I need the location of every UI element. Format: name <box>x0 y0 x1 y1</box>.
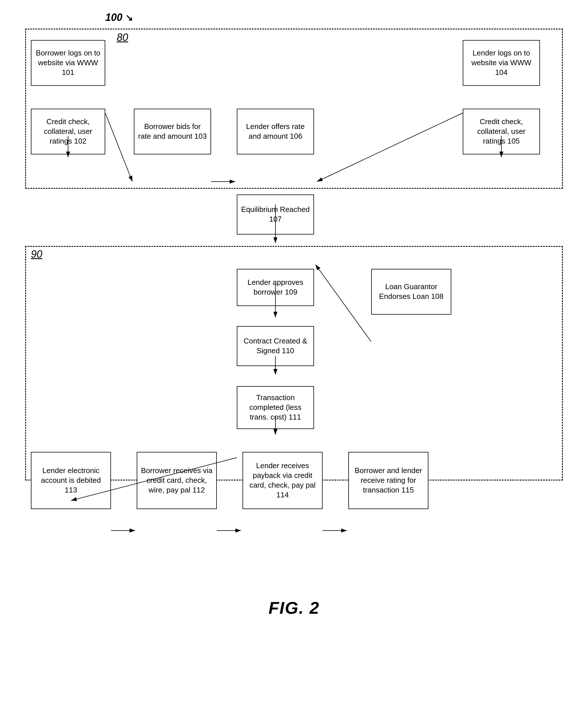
node-borrower-receives: Borrower receives via credit card, check… <box>137 452 217 509</box>
node-lender-receives: Lender receives payback via credit card,… <box>243 452 323 509</box>
node-borrower-logs: Borrower logs on to website via WWW 101 <box>31 40 105 86</box>
node-equilibrium: Equilibrium Reached 107 <box>237 194 314 235</box>
node-lender-debited: Lender electronic account is debited 113 <box>31 452 111 509</box>
node-lender-offers: Lender offers rate and amount 106 <box>237 109 314 154</box>
main-diagram-label: 100 ↘ <box>105 11 133 23</box>
node-borrower-bids: Borrower bids for rate and amount 103 <box>134 109 211 154</box>
node-credit-check-lender: Credit check, collateral, user ratings 1… <box>463 109 540 154</box>
section-90-label: 90 <box>31 248 42 260</box>
node-transaction: Transaction completed (less trans. cost)… <box>237 386 314 429</box>
node-lender-approves: Lender approves borrower 109 <box>237 269 314 306</box>
node-borrower-lender-rating: Borrower and lender receive rating for t… <box>348 452 428 509</box>
node-contract: Contract Created & Signed 110 <box>237 326 314 366</box>
section-80-label: 80 <box>117 31 128 44</box>
node-credit-check-borrower: Credit check, collateral, user ratings 1… <box>31 109 105 154</box>
node-loan-guarantor: Loan Guarantor Endorses Loan 108 <box>371 269 451 315</box>
figure-label: FIG. 2 <box>268 598 320 618</box>
node-lender-logs: Lender logs on to website via WWW 104 <box>463 40 540 86</box>
